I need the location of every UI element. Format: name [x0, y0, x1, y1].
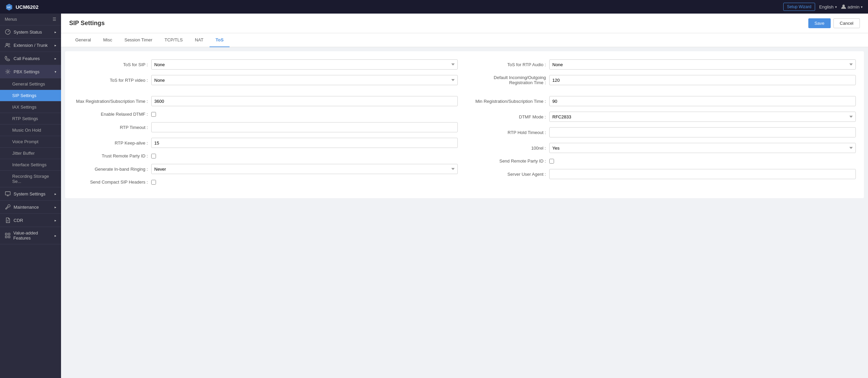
sidebar-item-pbx-settings[interactable]: PBX Settings ▾	[0, 65, 61, 78]
svg-point-5	[8, 43, 10, 45]
user-icon	[841, 4, 846, 10]
page-header-actions: Save Cancel	[808, 18, 860, 28]
server-user-agent-input[interactable]	[549, 169, 856, 179]
setup-wizard-button[interactable]: Setup Wizard	[783, 3, 815, 11]
page-header: SIP Settings Save Cancel	[61, 14, 868, 33]
sidebar-sub-item-sip-settings[interactable]: SIP Settings	[0, 90, 61, 101]
sidebar-sub-item-interface-settings[interactable]: Interface Settings	[0, 159, 61, 171]
max-reg-time-row: Max Registration/Subscription Time :	[73, 96, 458, 106]
svg-point-6	[7, 71, 8, 72]
sidebar-sub-item-rtp-settings[interactable]: RTP Settings	[0, 113, 61, 125]
max-reg-time-input[interactable]	[151, 96, 458, 106]
form-right-column: ToS for RTP Audio : NoneCS1CS2EF Default…	[471, 59, 856, 190]
sidebar-item-cdr[interactable]: CDR ▸	[0, 214, 61, 227]
tos-rtp-video-select[interactable]: NoneCS1CS2EF	[151, 75, 458, 85]
sidebar-item-system-settings[interactable]: System Settings ▸	[0, 187, 61, 201]
grid-icon	[5, 232, 11, 239]
sidebar-item-label: Extension / Trunk	[14, 43, 47, 48]
generate-inband-label: Generate In-band Ringing :	[73, 167, 148, 172]
sidebar-item-label: Call Features	[14, 56, 40, 61]
send-remote-party-label: Send Remote Party ID :	[471, 158, 546, 164]
tabs-bar: General Misc Session Timer TCP/TLS NAT T…	[61, 33, 868, 47]
min-reg-time-input[interactable]	[549, 96, 856, 106]
100rel-row: 100rel : YesNoRequired	[471, 143, 856, 153]
sidebar-chevron-icon: ▸	[55, 192, 56, 196]
sidebar-item-label: PBX Settings	[14, 69, 40, 74]
sidebar-item-system-status[interactable]: System Status ▸	[0, 25, 61, 39]
trust-remote-party-checkbox[interactable]	[151, 154, 156, 158]
sidebar-chevron-icon: ▾	[55, 70, 56, 74]
100rel-select[interactable]: YesNoRequired	[549, 143, 856, 153]
topbar-left: UC UCM6202	[5, 3, 39, 11]
sidebar-sub-item-music-on-hold[interactable]: Music On Hold	[0, 125, 61, 136]
rtp-hold-timeout-input[interactable]	[549, 127, 856, 137]
sidebar-item-value-added[interactable]: Value-added Features ▸	[0, 227, 61, 244]
rtp-timeout-input[interactable]	[151, 122, 458, 132]
min-reg-time-label: Min Registration/Subscription Time :	[471, 99, 546, 104]
enable-relaxed-dtmf-checkbox[interactable]	[151, 112, 156, 117]
sidebar-item-maintenance[interactable]: Maintenance ▸	[0, 201, 61, 214]
language-chevron-icon: ▾	[835, 5, 837, 9]
sidebar-item-call-features[interactable]: Call Features ▸	[0, 52, 61, 65]
sub-item-label: SIP Settings	[12, 93, 36, 98]
sidebar-chevron-icon: ▸	[55, 57, 56, 60]
sidebar-sub-item-general-settings[interactable]: General Settings	[0, 78, 61, 90]
phone-icon	[5, 55, 11, 61]
hamburger-icon[interactable]: ☰	[53, 17, 56, 22]
dtmf-mode-row: DTMF Mode : RFC2833INFOINBANDAUTO	[471, 112, 856, 122]
sidebar-sub-item-recording-storage[interactable]: Recording Storage Se...	[0, 171, 61, 187]
logo-icon: UC	[5, 3, 13, 11]
form-left-column: ToS for SIP : NoneCS1CS2EF ToS for RTP v…	[73, 59, 458, 190]
sidebar-sub-item-voice-prompt[interactable]: Voice Prompt	[0, 136, 61, 148]
sub-item-label: Recording Storage Se...	[12, 174, 49, 184]
user-menu[interactable]: admin ▾	[841, 4, 863, 10]
rtp-keepalive-input[interactable]	[151, 138, 458, 148]
users-icon	[5, 42, 11, 48]
default-incoming-row: Default Incoming/OutgoingRegistration Ti…	[471, 75, 856, 85]
gear-icon	[5, 69, 11, 75]
send-remote-party-checkbox[interactable]	[549, 159, 554, 164]
sidebar-sub-item-jitter-buffer[interactable]: Jitter Buffer	[0, 148, 61, 159]
tab-tcp-tls[interactable]: TCP/TLS	[158, 33, 189, 47]
enable-relaxed-dtmf-label: Enable Relaxed DTMF :	[73, 112, 148, 117]
tab-general[interactable]: General	[69, 33, 97, 47]
sidebar-item-label: System Settings	[14, 191, 45, 196]
max-reg-time-label: Max Registration/Subscription Time :	[73, 99, 148, 104]
dtmf-mode-select[interactable]: RFC2833INFOINBANDAUTO	[549, 112, 856, 122]
cancel-button[interactable]: Cancel	[833, 18, 860, 28]
tos-rtp-video-label: ToS for RTP video :	[73, 78, 148, 83]
language-label: English	[819, 4, 834, 10]
generate-inband-row: Generate In-band Ringing : NeverYesNo	[73, 164, 458, 174]
tos-sip-label: ToS for SIP :	[73, 62, 148, 67]
sub-item-label: General Settings	[12, 81, 45, 87]
server-user-agent-label: Server User Agent :	[471, 172, 546, 177]
sidebar-header: Menus ☰	[0, 14, 61, 25]
tos-sip-select[interactable]: NoneCS1CS2EF	[151, 59, 458, 70]
tab-tos[interactable]: ToS	[210, 33, 230, 47]
svg-text:UC: UC	[7, 6, 11, 9]
sidebar-item-extension-trunk[interactable]: Extension / Trunk ▸	[0, 39, 61, 52]
tab-nat[interactable]: NAT	[189, 33, 210, 47]
dtmf-mode-label: DTMF Mode :	[471, 114, 546, 119]
sidebar-sub-item-iax-settings[interactable]: IAX Settings	[0, 101, 61, 113]
rtp-keepalive-row: RTP Keep-alive :	[73, 138, 458, 148]
min-reg-time-row: Min Registration/Subscription Time :	[471, 96, 856, 106]
tos-rtp-audio-select[interactable]: NoneCS1CS2EF	[549, 59, 856, 70]
language-selector[interactable]: English ▾	[819, 4, 837, 10]
generate-inband-select[interactable]: NeverYesNo	[151, 164, 458, 174]
send-compact-sip-row: Send Compact SIP Headers :	[73, 179, 458, 185]
tab-misc[interactable]: Misc	[97, 33, 118, 47]
form-grid: ToS for SIP : NoneCS1CS2EF ToS for RTP v…	[73, 59, 856, 190]
tab-session-timer[interactable]: Session Timer	[118, 33, 158, 47]
tos-rtp-audio-row: ToS for RTP Audio : NoneCS1CS2EF	[471, 59, 856, 70]
send-compact-sip-label: Send Compact SIP Headers :	[73, 179, 148, 185]
sidebar-chevron-icon: ▸	[55, 30, 56, 34]
default-incoming-input[interactable]	[549, 75, 856, 85]
sub-item-label: IAX Settings	[12, 105, 37, 110]
sub-item-label: Jitter Buffer	[12, 151, 35, 156]
send-compact-sip-checkbox[interactable]	[151, 180, 156, 185]
100rel-label: 100rel :	[471, 146, 546, 151]
monitor-icon	[5, 191, 11, 197]
save-button[interactable]: Save	[808, 18, 831, 28]
main-content: SIP Settings Save Cancel General Misc Se…	[61, 14, 868, 378]
